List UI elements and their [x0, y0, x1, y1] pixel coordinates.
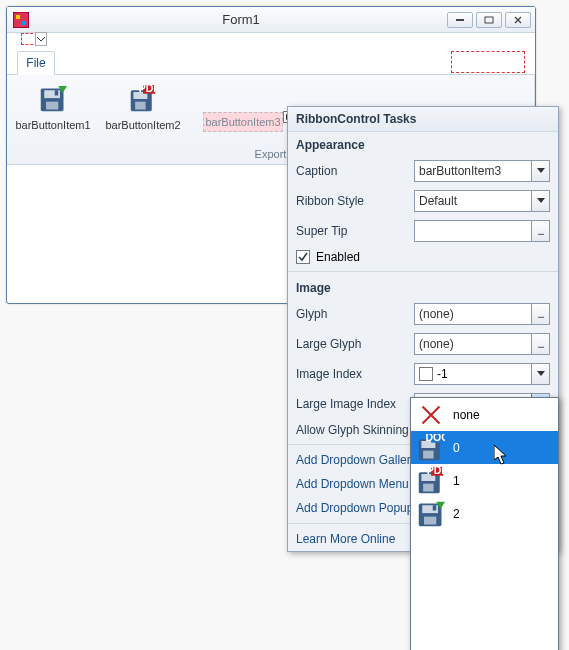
prop-label: Ribbon Style	[296, 194, 408, 208]
svg-rect-13	[423, 450, 434, 458]
file-tab[interactable]: File	[17, 51, 55, 75]
bar-item-label: barButtonItem1	[15, 119, 90, 131]
ellipsis-button[interactable]: ...	[531, 304, 549, 324]
prop-label: Glyph	[296, 307, 408, 321]
window-buttons	[447, 12, 531, 28]
titlebar[interactable]: Form1	[7, 7, 535, 33]
chevron-down-icon[interactable]	[531, 161, 549, 181]
prop-label: Large Glyph	[296, 337, 408, 351]
bar-item-label: barButtonItem2	[105, 119, 180, 131]
chevron-down-icon[interactable]	[531, 191, 549, 211]
enabled-label: Enabled	[316, 250, 360, 264]
qat-dropdown-button[interactable]	[35, 32, 47, 46]
section-appearance: Appearance	[288, 132, 558, 156]
mouse-cursor-icon	[494, 445, 510, 467]
prop-caption: Caption barButtonItem3	[288, 156, 558, 186]
ellipsis-button[interactable]: ...	[531, 334, 549, 354]
svg-rect-5	[55, 90, 59, 95]
enabled-checkbox[interactable]	[296, 250, 310, 264]
window-title: Form1	[35, 12, 447, 27]
prop-ribbon-style: Ribbon Style Default	[288, 186, 558, 216]
svg-rect-24	[433, 505, 437, 510]
floppy-pdf-icon: PDF	[417, 467, 445, 495]
quick-access-toolbar	[7, 33, 535, 47]
super-tip-field[interactable]: ...	[414, 220, 550, 242]
prop-glyph: Glyph (none)...	[288, 299, 558, 329]
close-button[interactable]	[505, 12, 531, 28]
dropdown-item-none[interactable]: none	[411, 398, 558, 431]
svg-rect-18	[423, 483, 434, 491]
selected-bar-item-placeholder[interactable]: barButtonItem3	[203, 112, 283, 132]
divider	[288, 271, 558, 272]
section-image: Image	[288, 275, 558, 299]
svg-rect-23	[424, 516, 436, 524]
image-swatch	[419, 367, 433, 381]
floppy-green-icon	[417, 500, 445, 528]
prop-enabled[interactable]: Enabled	[288, 246, 558, 268]
svg-rect-0	[456, 19, 464, 21]
caption-combo[interactable]: barButtonItem3	[414, 160, 550, 182]
dropdown-item-1[interactable]: PDF 1	[411, 464, 558, 497]
tab-placeholder	[451, 51, 525, 73]
prop-label: Allow Glyph Skinning	[296, 423, 409, 437]
prop-label: Image Index	[296, 367, 408, 381]
prop-label: Large Image Index	[296, 397, 408, 411]
minimize-button[interactable]	[447, 12, 473, 28]
large-glyph-field[interactable]: (none)...	[414, 333, 550, 355]
ribbon-tabs: File	[7, 47, 535, 75]
dropdown-item-2[interactable]: 2	[411, 497, 558, 530]
form-icon	[13, 12, 29, 28]
svg-text:DOC: DOC	[425, 434, 445, 443]
svg-text:PDF: PDF	[427, 467, 445, 476]
svg-rect-1	[485, 17, 493, 23]
prop-label: Super Tip	[296, 224, 408, 238]
prop-image-index: Image Index -1	[288, 359, 558, 389]
image-index-dropdown[interactable]: none DOC 0 PDF 1 2	[410, 397, 559, 650]
svg-text:PDF: PDF	[139, 85, 157, 94]
svg-rect-4	[46, 102, 58, 110]
floppy-pdf-icon: PDF	[127, 83, 159, 115]
svg-rect-8	[135, 102, 146, 110]
chevron-down-icon[interactable]	[531, 364, 549, 384]
none-icon	[417, 401, 445, 429]
panel-title: RibbonControl Tasks	[288, 107, 558, 132]
image-index-combo[interactable]: -1	[414, 363, 550, 385]
prop-super-tip: Super Tip ...	[288, 216, 558, 246]
bar-button-item-2[interactable]: PDF barButtonItem2	[105, 79, 181, 131]
glyph-field[interactable]: (none)...	[414, 303, 550, 325]
ribbon-style-combo[interactable]: Default	[414, 190, 550, 212]
maximize-button[interactable]	[476, 12, 502, 28]
dropdown-item-0[interactable]: DOC 0	[411, 431, 558, 464]
ellipsis-button[interactable]: ...	[531, 221, 549, 241]
bar-button-item-1[interactable]: barButtonItem1	[15, 79, 91, 131]
prop-large-glyph: Large Glyph (none)...	[288, 329, 558, 359]
floppy-green-icon	[37, 83, 69, 115]
prop-label: Caption	[296, 164, 408, 178]
floppy-doc-icon: DOC	[417, 434, 445, 462]
